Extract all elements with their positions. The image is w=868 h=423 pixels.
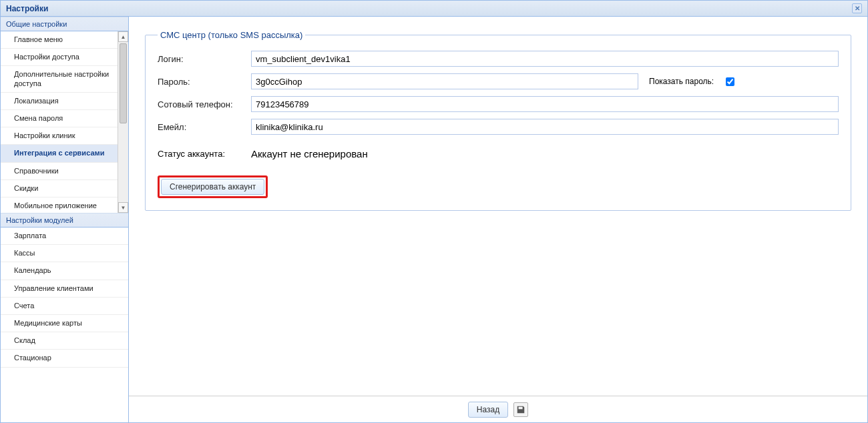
password-input[interactable] <box>251 73 638 89</box>
sidebar-item[interactable]: Дополнительные настройки доступа <box>1 66 118 92</box>
sidebar-item[interactable]: Мобильное приложение <box>1 197 118 213</box>
sidebar-item[interactable]: Локализация <box>1 93 118 110</box>
sidebar-item[interactable]: Календарь <box>1 262 128 280</box>
status-label: Статус аккаунта: <box>158 149 251 159</box>
sidebar: Общие настройки Главное менюНастройки до… <box>1 17 129 422</box>
sms-center-fieldset: СМС центр (только SMS рассылка) Логин: П… <box>145 30 851 211</box>
close-icon[interactable]: ✕ <box>852 3 862 13</box>
show-password-label: Показать пароль: <box>649 77 714 86</box>
email-row: Емейл: <box>158 119 839 135</box>
main-content: СМС центр (только SMS рассылка) Логин: П… <box>129 17 867 396</box>
show-password-group: Показать пароль: <box>649 75 736 88</box>
sidebar-group-general-header[interactable]: Общие настройки <box>1 17 128 31</box>
sidebar-item[interactable]: Скидки <box>1 180 118 197</box>
sidebar-group-modules-title: Настройки модулей <box>6 216 73 224</box>
save-icon[interactable] <box>513 402 528 417</box>
scroll-up-icon[interactable]: ▲ <box>118 31 128 42</box>
password-row: Пароль: Показать пароль: <box>158 73 839 89</box>
sidebar-item[interactable]: Смена пароля <box>1 110 118 127</box>
sidebar-item[interactable]: Склад <box>1 332 128 350</box>
sidebar-item[interactable]: Справочники <box>1 163 118 180</box>
email-label: Емейл: <box>158 122 251 132</box>
sidebar-item[interactable]: Медицинские карты <box>1 315 128 332</box>
status-value: Аккаунт не сгенерирован <box>251 148 368 159</box>
sidebar-item[interactable]: Главное меню <box>1 31 118 49</box>
generate-account-button[interactable]: Сгенерировать аккаунт <box>161 179 264 195</box>
email-input[interactable] <box>251 119 839 135</box>
sidebar-item[interactable]: Интеграция с сервисами <box>1 145 118 162</box>
back-button[interactable]: Назад <box>468 402 508 418</box>
scrollbar[interactable]: ▲ ▼ <box>118 31 128 213</box>
sidebar-item[interactable]: Счета <box>1 298 128 315</box>
phone-input[interactable] <box>251 96 839 112</box>
settings-window: Настройки ✕ Общие настройки Главное меню… <box>0 0 868 423</box>
window-title: Настройки <box>6 4 48 13</box>
phone-label: Сотовый телефон: <box>158 99 251 109</box>
show-password-checkbox[interactable] <box>726 77 734 86</box>
login-label: Логин: <box>158 54 251 64</box>
sidebar-modules-list: ЗарплатаКассыКалендарьУправление клиента… <box>1 228 128 368</box>
footer-bar: Назад <box>129 396 867 422</box>
sidebar-item[interactable]: Стационар <box>1 350 128 367</box>
sidebar-item[interactable]: Управление клиентами <box>1 280 128 298</box>
scroll-down-icon[interactable]: ▼ <box>118 202 128 213</box>
password-label: Пароль: <box>158 77 251 87</box>
fieldset-legend: СМС центр (только SMS рассылка) <box>158 30 305 40</box>
status-row: Статус аккаунта: Аккаунт не сгенерирован <box>158 148 839 159</box>
sidebar-item[interactable]: Зарплата <box>1 228 128 245</box>
sidebar-group-general-body: Главное менюНастройки доступаДополнитель… <box>1 31 128 213</box>
generate-highlight: Сгенерировать аккаунт <box>158 175 268 198</box>
sidebar-group-modules-header[interactable]: Настройки модулей <box>1 213 128 228</box>
sidebar-group-general-title: Общие настройки <box>6 20 67 28</box>
sidebar-general-list: Главное менюНастройки доступаДополнитель… <box>1 31 118 213</box>
phone-row: Сотовый телефон: <box>158 96 839 112</box>
window-body: Общие настройки Главное менюНастройки до… <box>1 17 867 422</box>
sidebar-item[interactable]: Кассы <box>1 245 128 262</box>
login-row: Логин: <box>158 51 839 67</box>
scroll-thumb[interactable] <box>120 43 127 123</box>
window-header: Настройки ✕ <box>1 1 867 17</box>
sidebar-group-modules-body: ЗарплатаКассыКалендарьУправление клиента… <box>1 228 128 368</box>
sidebar-item[interactable]: Настройки клиник <box>1 127 118 145</box>
main-panel: СМС центр (только SMS рассылка) Логин: П… <box>129 17 867 422</box>
sidebar-item[interactable]: Настройки доступа <box>1 49 118 66</box>
login-input[interactable] <box>251 51 839 67</box>
